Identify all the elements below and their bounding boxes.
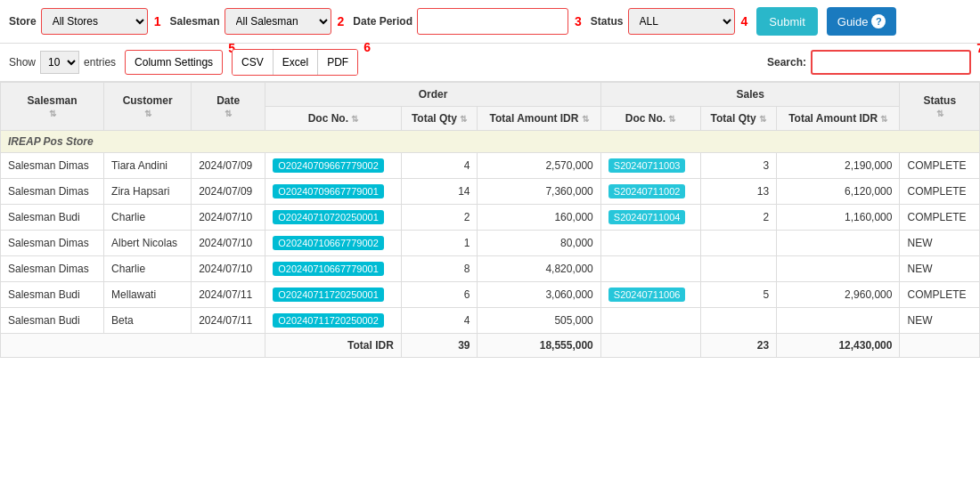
table-cell: Salesman Dimas [1, 179, 104, 205]
submit-button[interactable]: Submit [756, 7, 817, 36]
sort-salesman[interactable]: ⇅ [49, 109, 56, 118]
total-sales-amount: 12,430,000 [777, 334, 900, 358]
doc-badge: O20240711720250002 [273, 313, 384, 328]
total-label-idr: Total IDR [265, 334, 402, 358]
doc-badge: O20240710667779001 [273, 262, 384, 276]
col-sales-amount: Total Amount IDR ⇅ [777, 107, 900, 131]
table-cell: Salesman Budi [1, 205, 104, 231]
table-cell: NEW [900, 308, 980, 334]
table-row: Salesman DimasZira Hapsari2024/07/09O202… [1, 179, 980, 205]
store-label: Store [9, 15, 37, 28]
salesman-filter: Salesman All Salesman 2 [169, 8, 344, 35]
col-sales-qty: Total Qty ⇅ [700, 107, 777, 131]
table-cell [700, 256, 777, 282]
table-cell: 4 [401, 308, 478, 334]
table-cell: 2,960,000 [777, 282, 900, 308]
table-cell: 3 [700, 153, 777, 179]
table-cell: Salesman Dimas [1, 153, 104, 179]
second-bar: Show 10 entries Column Settings 5 CSV Ex… [0, 44, 980, 82]
table-cell: COMPLETE [900, 153, 980, 179]
table-cell [700, 308, 777, 334]
salesman-label: Salesman [169, 15, 219, 28]
table-cell: 80,000 [478, 231, 600, 256]
search-input[interactable] [811, 50, 971, 75]
col-order-amount: Total Amount IDR ⇅ [478, 107, 600, 131]
show-entries-group: Show 10 entries [9, 51, 116, 74]
table-cell: S20240711002 [600, 179, 700, 205]
sort-order-amount[interactable]: ⇅ [582, 114, 589, 124]
sort-customer[interactable]: ⇅ [144, 109, 151, 118]
table-cell: 1 [401, 231, 478, 256]
table-cell [700, 231, 777, 256]
table-cell: S20240711004 [600, 205, 700, 231]
table-cell: 2024/07/10 [192, 205, 265, 231]
table-row: Salesman BudiCharlie2024/07/10O202407107… [1, 205, 980, 231]
sort-date[interactable]: ⇅ [225, 109, 232, 118]
guide-icon: ? [871, 14, 886, 28]
table-cell: COMPLETE [900, 282, 980, 308]
col-sales-docno: Doc No. ⇅ [600, 107, 700, 131]
table-cell: O20240709667779001 [265, 179, 402, 205]
col-customer: Customer ⇅ [104, 83, 192, 131]
table-cell: 6,120,000 [777, 179, 900, 205]
table-cell: 6 [401, 282, 478, 308]
group-label: IREAP Pos Store [1, 131, 980, 153]
sort-sales-docno[interactable]: ⇅ [668, 114, 675, 124]
table-cell: 2024/07/11 [192, 308, 265, 334]
table-cell: 2024/07/09 [192, 153, 265, 179]
doc-badge: O20240709667779002 [273, 158, 384, 173]
sort-sales-qty[interactable]: ⇅ [759, 114, 766, 124]
table-cell: Tiara Andini [104, 153, 192, 179]
doc-badge: S20240711006 [608, 288, 686, 302]
table-row: Salesman DimasCharlie2024/07/10O20240710… [1, 256, 980, 282]
annotation-6: 6 [363, 40, 371, 54]
column-settings-button[interactable]: Column Settings [125, 50, 223, 75]
entries-select[interactable]: 10 [40, 51, 79, 74]
table-cell: Salesman Budi [1, 282, 104, 308]
table-cell: COMPLETE [900, 179, 980, 205]
sort-order-docno[interactable]: ⇅ [351, 114, 358, 124]
status-label: Status [591, 15, 624, 28]
date-label: Date Period [353, 15, 412, 28]
table-cell: Mellawati [104, 282, 192, 308]
doc-badge: S20240711002 [608, 184, 686, 198]
total-order-qty: 39 [401, 334, 478, 358]
table-cell: Charlie [104, 205, 192, 231]
store-select[interactable]: All Stores [41, 8, 148, 35]
excel-button[interactable]: Excel [274, 50, 318, 75]
table-cell [600, 231, 700, 256]
annotation-7: 7 [976, 41, 980, 55]
salesman-select[interactable]: All Salesman [225, 8, 331, 35]
table-cell: Zira Hapsari [104, 179, 192, 205]
sort-sales-amount[interactable]: ⇅ [880, 114, 887, 124]
top-bar: Store All Stores 1 Salesman All Salesman… [0, 0, 980, 44]
table-row: Salesman BudiBeta2024/07/11O202407117202… [1, 308, 980, 334]
doc-badge: O20240710720250001 [273, 210, 384, 224]
csv-button[interactable]: CSV [233, 50, 274, 75]
status-select[interactable]: ALL [628, 8, 735, 35]
table-cell: O20240710720250001 [265, 205, 402, 231]
table-cell: 4,820,000 [478, 256, 600, 282]
sort-order-qty[interactable]: ⇅ [460, 114, 467, 124]
table-cell: 14 [401, 179, 478, 205]
table-cell: 4 [401, 153, 478, 179]
annotation-2: 2 [338, 14, 345, 28]
sort-status[interactable]: ⇅ [936, 109, 943, 118]
table-row: Salesman DimasAlbert Nicolas2024/07/10O2… [1, 231, 980, 256]
doc-badge: O20240709667779001 [273, 184, 384, 198]
annotation-4: 4 [741, 14, 748, 28]
date-input[interactable]: 2024/07/05 - 2024/07/12 [417, 8, 568, 35]
table-cell [600, 256, 700, 282]
table-cell: NEW [900, 256, 980, 282]
table-cell: 8 [401, 256, 478, 282]
total-row: Total IDR 39 18,555,000 23 12,430,000 [1, 334, 980, 358]
pdf-button[interactable]: PDF [318, 50, 357, 75]
table-cell: O20240710667779002 [265, 231, 402, 256]
table-cell: Salesman Budi [1, 308, 104, 334]
table-cell: 13 [700, 179, 777, 205]
search-group: Search: 7 [767, 50, 971, 75]
col-date: Date ⇅ [192, 83, 265, 131]
table-cell [600, 308, 700, 334]
guide-button[interactable]: Guide ? [827, 7, 897, 36]
table-cell: COMPLETE [900, 205, 980, 231]
